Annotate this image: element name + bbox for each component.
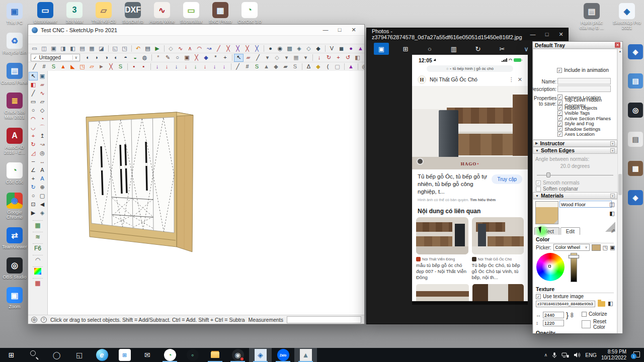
tool-icon[interactable] [106,45,110,53]
tool-icon[interactable]: ▭ [30,45,39,53]
tool-icon[interactable]: ▾ [282,54,291,62]
include-animation-checkbox[interactable]: ✓ Include in animation [557,67,609,73]
tool-icon[interactable]: ◼ [337,45,346,53]
zoom-window-tool-icon[interactable]: ▢ [38,192,47,200]
rectangle-tool-icon[interactable]: ▭ [29,98,38,106]
tool-icon[interactable] [129,45,133,53]
plugin-icon[interactable] [33,266,43,276]
circle-tool-icon[interactable]: ○ [29,106,38,115]
store-icon[interactable]: ⊞ [113,348,136,362]
desktop-icon-partial-5[interactable]: ▦ [627,161,644,176]
desktop-icon-recycle-bin[interactable]: ♻ Recycle Bin [1,33,29,55]
tool-icon[interactable] [262,45,266,53]
tool-icon[interactable]: ◉ [275,45,285,53]
tag-dropdown[interactable]: ✓ Untagged ∨ [31,54,80,61]
see-all-icon[interactable]: ▣ [370,40,393,57]
tool-icon[interactable]: S [290,63,300,71]
network-icon[interactable] [561,352,569,358]
eraser-tool-icon[interactable]: ▰ [38,80,47,89]
tool-icon[interactable]: ↺ [343,54,353,62]
tool-icon[interactable]: ( [323,63,333,71]
language-indicator[interactable]: ENG [585,352,597,358]
tab-edit[interactable]: Edit [560,227,580,235]
rotate-tool-icon[interactable]: ↻ [324,54,334,62]
follow-me-tool-icon[interactable]: ↝ [38,140,47,149]
picker-dropdown[interactable]: Color Wheel∨ [553,244,590,251]
menu-item[interactable] [86,39,93,40]
zoom-extents-tool-icon[interactable]: ⊡ [29,200,38,209]
eyedropper-icon[interactable]: ✎ [609,229,616,233]
tool-icon[interactable]: ◆ [201,54,211,62]
tool-icon[interactable]: ↓ [181,63,191,71]
scroll-up-icon[interactable]: ▲ [618,49,622,54]
desktop-icon-autocad[interactable]: A AutoCAD 2016 - E... [1,128,29,155]
tool-icon[interactable]: ▩ [285,45,294,53]
rotated-rectangle-tool-icon[interactable]: ▱ [38,98,47,106]
kitchen-image[interactable]: HAGO [412,86,528,169]
tool-icon[interactable]: ◠ [195,45,204,53]
tool-icon[interactable]: ╱ [30,63,39,71]
menu-item[interactable] [30,39,37,40]
line-tool-icon[interactable]: ╱ [253,54,263,62]
tool-icon[interactable]: ◱ [110,45,120,53]
tool-icon[interactable]: S [49,63,58,71]
tool-icon[interactable]: ▲ [262,63,271,71]
learn-more-link[interactable]: Tìm hiểu thêm [470,198,496,202]
desktop-icon-obs-studio[interactable]: ◎ OBS Studio [1,257,29,280]
tool-icon[interactable]: ◣ [68,63,77,71]
tool-icon[interactable]: ↓ [191,63,200,71]
related-card[interactable]: Nội Thất Viễn Đông mẫu tủ bếp gỗ óc chó … [416,217,468,281]
tool-icon[interactable]: ╳ [252,45,262,53]
tool-icon[interactable]: # [243,63,252,71]
create-material-icon[interactable]: ◧ [608,210,616,217]
desktop-icon-partial-3[interactable]: ◎ [627,103,644,118]
desktop-icon-partial-4[interactable]: ▤ [627,132,644,147]
tool-icon[interactable]: ◆ [313,63,323,71]
plugin-icon[interactable]: ≋ [33,232,43,241]
orbit-tool-icon[interactable]: ↻ [29,183,38,192]
tool-icon[interactable]: ▾ [263,54,272,62]
coc-coc-icon[interactable]: ◔ [158,348,181,362]
tool-icon[interactable]: ↓ [314,54,324,62]
tool-icon[interactable]: ▪ [139,63,148,71]
desktop-icon-teamviewer[interactable]: ⇄ TeamViewer [1,227,29,249]
mail-icon[interactable]: ✉ [136,348,158,362]
property-checkbox[interactable]: ✓Style and Fog [557,121,617,127]
start-button[interactable]: ⊞ [0,348,23,362]
microphone-icon[interactable] [552,352,557,358]
3d-text-tool-icon[interactable]: A [38,174,47,183]
paint-bucket-icon[interactable]: ◧ [29,80,38,89]
desktop-icon-crack-3ds-max[interactable]: ≣ Crack 3ds Max 2021 [1,93,29,120]
zalo-icon[interactable]: Zalo [272,348,294,362]
maximize-button[interactable]: □ [333,25,347,35]
geolocation-icon[interactable]: ◍ [31,317,37,323]
tool-icon[interactable] [310,54,314,62]
desktop-icon-photo-file[interactable]: ▤ Hạnh phúc của mẹ B ... [578,3,606,31]
tool-icon[interactable] [356,63,360,71]
tool-icon[interactable]: ◇ [272,54,282,62]
menu-item[interactable] [51,39,58,40]
tool-icon[interactable]: ▪ [129,63,139,71]
close-icon[interactable]: ✕ [615,42,620,48]
close-button[interactable]: ✕ [554,28,568,40]
tool-icon[interactable]: ▱ [87,63,97,71]
slider-thumb[interactable] [546,172,550,177]
tool-icon[interactable]: ∿ [176,45,185,53]
three-point-arc-tool-icon[interactable]: ⌒ [38,123,47,132]
tool-icon[interactable]: ╳ [233,45,243,53]
maximize-button[interactable]: □ [540,28,554,40]
desktop-icon-zoom[interactable]: ▣ Zoom [1,287,29,309]
menu-item[interactable] [58,39,65,40]
tool-icon[interactable] [125,63,129,71]
desktop-icon-control-panel[interactable]: ▤ Control Panel [1,63,29,85]
tool-icon[interactable]: ◧ [353,54,362,62]
move-tool-icon[interactable]: + [29,132,38,140]
scrollbar-thumb[interactable] [618,174,622,195]
property-checkbox[interactable]: ✓Top-Level Hidden Geometry [557,100,617,106]
two-point-arc-tool-icon[interactable]: ◡ [29,123,38,132]
tool-icon[interactable]: ◓ [121,54,130,62]
plugin-icon[interactable]: ▦ [33,220,43,229]
reset-color-swatch[interactable] [582,320,591,328]
menu-item[interactable] [37,39,44,40]
line-tool-icon[interactable]: ╱ [29,89,38,98]
